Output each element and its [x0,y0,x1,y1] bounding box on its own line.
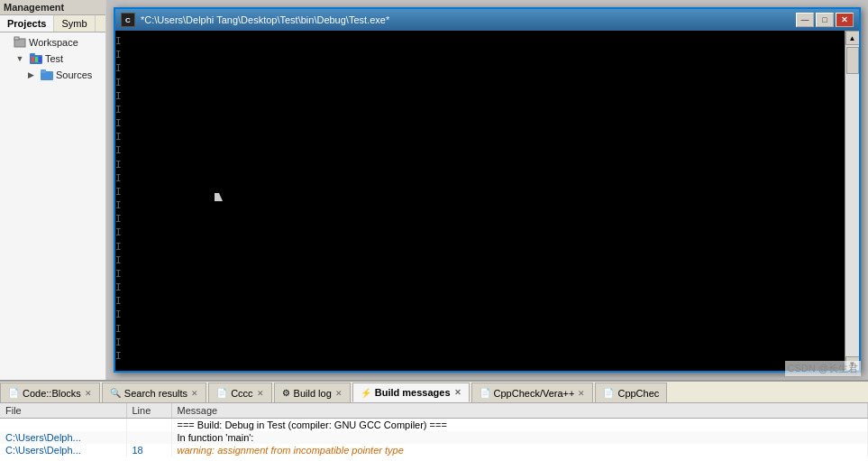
cppcheck-icon: 📄 [480,388,490,398]
tab-codeblocks-close[interactable]: ✕ [85,389,92,398]
tab-cccc[interactable]: 📄 Cccc ✕ [208,383,271,402]
line-char: I [115,212,126,226]
tab-codeblocks[interactable]: 📄 Code::Blocks ✕ [0,383,100,402]
sidebar-tabs: Projects Symb [0,15,105,32]
console-titlebar: C *C:\Users\Delphi Tang\Desktop\Test\bin… [115,9,859,31]
tab-cppcheck2-label: CppChec [617,388,659,399]
search-results-icon: 🔍 [110,388,121,398]
row-message-2: warning: assignment from incompatible po… [171,444,868,456]
line-char: I [115,103,126,116]
line-char: I [115,308,126,321]
tab-projects[interactable]: Projects [0,15,54,32]
line-char: I [115,254,126,267]
line-char: I [115,143,126,157]
tab-search-results[interactable]: 🔍 Search results ✕ [102,383,206,402]
messages-table: File Line Message === Build: Debug in Te… [0,403,868,456]
svg-rect-5 [35,57,38,62]
tab-cppcheck-label: CppCheck/Vera++ [494,388,575,399]
tab-build-log-close[interactable]: ✕ [335,389,343,398]
sources-icon [40,68,54,82]
scroll-track[interactable] [845,45,860,356]
line-char: I [115,198,126,212]
tab-build-log-label: Build log [294,388,332,399]
line-char: I [115,130,126,143]
row-file-0 [0,419,126,432]
mouse-cursor [215,193,223,201]
test-label: Test [45,53,63,64]
row-message-0: === Build: Debug in Test (compiler: GNU … [171,419,868,432]
build-log-icon: ⚙ [282,388,290,398]
line-char: I [115,185,126,198]
tab-cppcheck-close[interactable]: ✕ [578,389,585,398]
tab-build-log[interactable]: ⚙ Build log ✕ [274,383,351,402]
line-char: I [115,116,126,130]
minimize-button[interactable]: — [796,13,814,27]
line-char: I [115,240,126,254]
tab-cppcheck2[interactable]: 📄 CppChec [595,383,667,402]
build-messages-icon: ⚡ [361,388,371,398]
tree-item-workspace[interactable]: Workspace [2,34,104,51]
line-char: I [115,336,126,349]
tab-build-messages[interactable]: ⚡ Build messages ✕ [352,383,470,402]
table-row: === Build: Debug in Test (compiler: GNU … [0,419,868,432]
line-char: I [115,281,126,294]
cccc-icon: 📄 [216,388,227,398]
bottom-tab-bar: 📄 Code::Blocks ✕ 🔍 Search results ✕ 📄 Cc… [0,382,868,403]
console-content: I I I I I I I I I I I I I I I [115,31,845,371]
tab-build-messages-label: Build messages [375,387,451,398]
line-char: I [115,158,126,171]
tab-cccc-close[interactable]: ✕ [257,389,264,398]
svg-rect-1 [14,37,19,40]
bottom-panel: 📄 Code::Blocks ✕ 🔍 Search results ✕ 📄 Cc… [0,380,868,461]
line-indicators: I I I I I I I I I I I I I I I [115,31,126,371]
test-icon [29,51,43,66]
tab-symbols[interactable]: Symb [54,15,95,32]
tab-cppcheck[interactable]: 📄 CppCheck/Vera++ ✕ [471,383,594,402]
line-char: I [115,322,126,336]
maximize-button[interactable]: □ [816,13,834,27]
tab-build-messages-close[interactable]: ✕ [454,388,461,397]
line-char: I [115,226,126,239]
bottom-content: File Line Message === Build: Debug in Te… [0,403,868,461]
watermark: CSDN @长生君 [785,361,861,376]
line-char: I [115,171,126,185]
svg-rect-6 [39,57,41,62]
col-file: File [0,403,126,419]
tab-search-results-label: Search results [124,388,187,399]
svg-rect-3 [30,53,35,57]
sources-expand-icon: ▶ [23,68,38,82]
col-message: Message [171,403,868,419]
line-char: I [115,294,126,308]
tree-item-test[interactable]: ▼ Test [2,51,104,67]
console-app-icon: C [121,13,135,27]
scroll-thumb[interactable] [846,47,859,74]
console-controls: — □ ✕ [796,13,854,27]
sidebar-title: Management [0,0,105,15]
workspace-label: Workspace [29,37,78,48]
line-char: I [115,34,126,48]
row-line-2: 18 [126,444,171,456]
codeblocks-icon: 📄 [8,388,19,398]
line-char: I [115,61,126,75]
console-window: C *C:\Users\Delphi Tang\Desktop\Test\bin… [114,7,861,373]
line-char: I [115,267,126,281]
row-line-1 [126,431,171,444]
console-scrollbar: ▲ ▼ [845,31,859,371]
row-file-1: C:\Users\Delph... [0,431,126,444]
line-char: I [115,89,126,103]
line-char: I [115,76,126,89]
tree-item-sources[interactable]: ▶ Sources [2,67,104,83]
tab-search-close[interactable]: ✕ [191,389,198,398]
tab-codeblocks-label: Code::Blocks [23,388,81,399]
test-expand-icon: ▼ [13,51,27,66]
close-button[interactable]: ✕ [836,13,854,27]
workspace-icon [13,35,27,50]
sidebar: Management Projects Symb Workspace ▼ [0,0,106,380]
cppcheck2-icon: 📄 [603,388,614,398]
line-char: I [115,349,126,363]
sources-label: Sources [56,69,92,80]
console-area: C *C:\Users\Delphi Tang\Desktop\Test\bin… [106,0,868,380]
table-row: C:\Users\Delph... 18 warning: assignment… [0,444,868,456]
scroll-up-button[interactable]: ▲ [845,31,860,45]
console-title: *C:\Users\Delphi Tang\Desktop\Test\bin\D… [141,14,796,25]
